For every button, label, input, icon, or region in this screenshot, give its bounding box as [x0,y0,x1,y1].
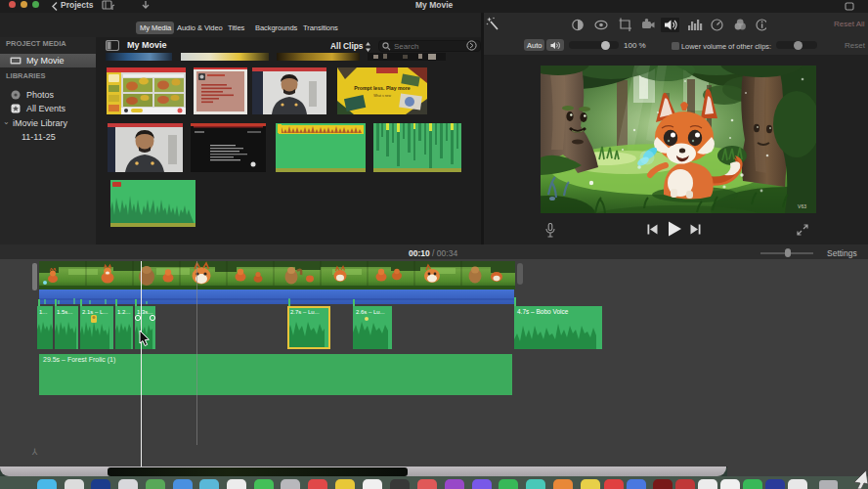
svg-text:1.5s...: 1.5s... [57,309,73,315]
svg-text:4.7s – Bobo Voice: 4.7s – Bobo Voice [517,308,569,315]
svg-text:2.7s – Lu...: 2.7s – Lu... [290,309,320,315]
svg-text:1.3s...: 1.3s... [137,309,153,315]
svg-text:2.6s – Lu...: 2.6s – Lu... [356,309,385,315]
svg-text:1.2...: 1.2... [117,309,131,315]
svg-text:V63: V63 [798,203,806,209]
svg-text:1...: 1... [39,309,48,315]
svg-text:Prompt less. Play more: Prompt less. Play more [354,85,410,91]
svg-text:What s new: What s new [373,94,391,98]
svg-text:2.1s – L...: 2.1s – L... [82,309,108,315]
